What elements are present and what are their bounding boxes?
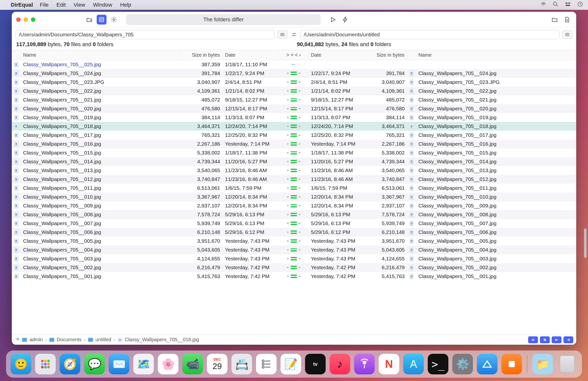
settings-button[interactable] (109, 15, 119, 24)
table-row[interactable]: Classy_Wallpapers_705__005.jpg3,951,670Y… (12, 237, 576, 246)
scrollbar[interactable] (584, 74, 587, 332)
run-button[interactable] (328, 15, 338, 24)
header-left-name[interactable]: Name (21, 50, 181, 60)
table-row[interactable]: Classy_Wallpapers_705__018.jpg3,464,3711… (12, 122, 576, 131)
swap-paths-button[interactable] (290, 32, 298, 37)
dock-music[interactable]: ♪ (330, 354, 350, 374)
open-folder-button[interactable] (550, 15, 560, 24)
table-row[interactable]: Classy_Wallpapers_705__025.jpg387,3591/1… (12, 60, 576, 69)
minimize-button[interactable] (23, 18, 28, 22)
table-row[interactable]: Classy_Wallpapers_705__009.jpg2,937,1071… (12, 201, 576, 210)
file-icon (14, 133, 18, 138)
list-mode-button[interactable] (97, 15, 106, 24)
right-browse-button[interactable] (563, 30, 572, 39)
file-icon (410, 115, 414, 120)
table-row[interactable]: Classy_Wallpapers_705__012.jpg3,740,8471… (12, 175, 576, 184)
reveal-icon[interactable] (15, 336, 20, 343)
header-compare[interactable]: > = <▾ (279, 50, 309, 60)
wifi-icon[interactable] (540, 1, 546, 9)
table-row[interactable]: Classy_Wallpapers_705__001.jpg5,415,763Y… (12, 272, 576, 281)
dock-maps[interactable]: 🗺️ (133, 354, 154, 374)
left-size: 5,939,749 (183, 220, 220, 226)
menu-edit[interactable]: Edit (56, 2, 66, 8)
menu-file[interactable]: File (40, 2, 48, 8)
close-button[interactable] (16, 18, 21, 22)
table-row[interactable]: Classy_Wallpapers_705__021.jpg485,0729/1… (12, 95, 576, 104)
dock-app-2[interactable] (501, 354, 522, 374)
header-right-name[interactable]: Name (416, 50, 576, 60)
header-right-date[interactable]: Date (309, 50, 365, 60)
dock-reminders[interactable] (256, 354, 276, 374)
folder-mode-button[interactable] (84, 15, 94, 24)
table-row[interactable]: Classy_Wallpapers_705__024.jpg391,7841/2… (12, 69, 576, 78)
table-row[interactable]: Classy_Wallpapers_705__020.jpg476,58012/… (12, 104, 576, 113)
dock-messages[interactable]: 💬 (84, 354, 105, 374)
table-row[interactable]: Classy_Wallpapers_705__022.jpg4,109,3611… (12, 87, 576, 95)
header-right-size[interactable]: Size in bytes (365, 50, 407, 60)
right-size: 6,216,479 (368, 265, 405, 270)
copy-left-button[interactable] (552, 336, 562, 343)
file-table-body[interactable]: Classy_Wallpapers_705__025.jpg387,3591/1… (12, 60, 576, 334)
dock-appstore[interactable]: A (403, 354, 424, 374)
menu-help[interactable]: Help (120, 2, 131, 8)
dock-finder[interactable]: 🙂 (11, 354, 31, 374)
table-row[interactable]: Classy_Wallpapers_705__017.jpg765,32112/… (12, 131, 576, 139)
table-row[interactable]: Classy_Wallpapers_705__010.jpg3,367,9671… (12, 192, 576, 201)
dock-settings[interactable]: ⚙️ (452, 354, 473, 374)
menu-window[interactable]: Window (93, 2, 112, 8)
dock-mail[interactable]: ✉️ (109, 354, 129, 374)
dock-tv[interactable]: tv (305, 354, 326, 374)
control-center-icon[interactable] (565, 1, 571, 9)
dock-launchpad[interactable] (35, 354, 56, 374)
dock-app-1[interactable] (477, 354, 497, 374)
left-browse-button[interactable] (277, 30, 287, 39)
right-date: 1/21/14, 8:02 PM (311, 88, 350, 94)
document-button[interactable] (562, 15, 572, 24)
dock-facetime[interactable]: 📹 (182, 354, 203, 374)
sync-equal-button[interactable] (528, 336, 538, 343)
dock-calendar[interactable]: DEC 29 (207, 354, 228, 374)
zoom-button[interactable] (31, 18, 35, 22)
header-left-size[interactable]: Size in bytes (181, 50, 223, 60)
file-icon (14, 97, 18, 102)
table-row[interactable]: Classy_Wallpapers_705__023.JPG3,040,9072… (12, 78, 576, 87)
table-row[interactable]: Classy_Wallpapers_705__003.jpg4,124,655Y… (12, 254, 576, 263)
dock-notes[interactable]: 📝 (280, 354, 301, 374)
left-path-input[interactable] (16, 30, 275, 39)
dot-icon (299, 170, 300, 171)
dock-downloads[interactable]: 📁 (532, 354, 553, 374)
dot-icon (299, 249, 300, 250)
dock-photos[interactable]: 🌸 (158, 354, 178, 374)
app-name[interactable]: DirEqual (11, 2, 33, 8)
copy-right-button[interactable] (564, 336, 573, 343)
table-row[interactable]: Classy_Wallpapers_705__014.jpg4,739,3441… (12, 157, 576, 166)
dot-icon (299, 196, 300, 198)
table-row[interactable]: Classy_Wallpapers_705__007.jpg5,939,7495… (12, 219, 576, 228)
dock-terminal[interactable]: >_ (428, 354, 448, 374)
table-row[interactable]: Classy_Wallpapers_705__004.jpg5,043,605Y… (12, 246, 576, 254)
action-button[interactable] (340, 15, 350, 24)
sync-diff-button[interactable] (540, 336, 550, 343)
dock-news[interactable]: N (379, 354, 399, 374)
table-row[interactable]: Classy_Wallpapers_705__006.jpg6,210,1485… (12, 228, 576, 237)
table-row[interactable]: Classy_Wallpapers_705__011.jpg6,513,0611… (12, 184, 576, 192)
table-row[interactable]: Classy_Wallpapers_705__015.jpg5,338,0021… (12, 148, 576, 157)
breadcrumb[interactable]: admin› Documents› untitled› Classy_Wallp… (22, 337, 199, 343)
dock-safari[interactable]: 🧭 (60, 354, 80, 374)
table-row[interactable]: Classy_Wallpapers_705__002.jpg6,216,479Y… (12, 263, 576, 272)
menu-view[interactable]: View (74, 2, 85, 8)
table-row[interactable]: Classy_Wallpapers_705__013.jpg3,540,0651… (12, 166, 576, 175)
clock-icon[interactable] (577, 1, 583, 9)
header-left-date[interactable]: Date (223, 50, 279, 60)
left-filename: Classy_Wallpapers_705__021.jpg (23, 97, 101, 103)
dock-podcasts[interactable] (354, 354, 375, 374)
file-icon (410, 256, 414, 261)
table-row[interactable]: Classy_Wallpapers_705__008.jpg7,578,7245… (12, 210, 576, 219)
spotlight-icon[interactable] (553, 1, 559, 9)
table-row[interactable]: Classy_Wallpapers_705__016.jpg2,267,186Y… (12, 139, 576, 148)
table-row[interactable]: Classy_Wallpapers_705__019.jpg384,11411/… (12, 113, 576, 122)
right-path-input[interactable] (301, 30, 560, 39)
dock-contacts[interactable]: 📇 (231, 354, 252, 374)
left-date: 1/21/14, 8:02 PM (225, 88, 264, 94)
dock-trash[interactable] (557, 354, 577, 374)
